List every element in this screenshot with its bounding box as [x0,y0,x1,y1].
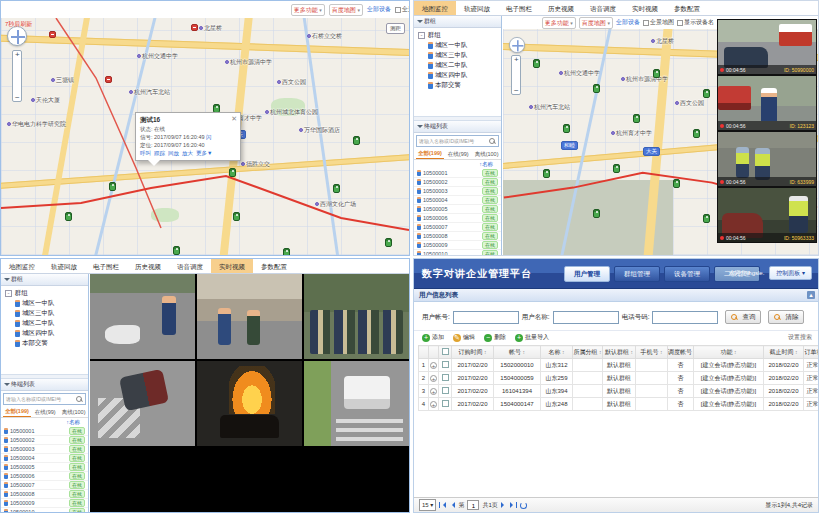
checkbox-icon[interactable] [442,387,449,394]
delete-button[interactable]: −删除 [484,333,506,342]
filter-tab-2[interactable]: 离线(100) [473,149,501,159]
popup-link-0[interactable]: 呼叫 [140,150,151,157]
video-thumbnail-1[interactable]: 00:04:56ID: 123123 [717,75,817,131]
online-badge[interactable]: 在线 [69,427,85,435]
account-input[interactable] [453,311,519,324]
all-devices-link[interactable]: 全部设备 [367,5,391,14]
video-wall-cell-5[interactable] [304,361,409,446]
online-badge[interactable]: 在线 [482,232,498,240]
tab-5[interactable]: 实时视频 [211,259,253,273]
terminal-section-header[interactable]: 终端列表 [1,379,88,391]
checkbox-cell[interactable] [439,359,452,372]
tree-root-node[interactable]: - 群组 [418,30,501,40]
device-marker-icon[interactable] [233,212,240,221]
collapse-icon[interactable]: ▴ [807,291,815,299]
edit-button[interactable]: ✎编辑 [453,333,475,342]
map-compass-control[interactable] [7,26,27,46]
table-row[interactable]: 3+2017/02/20161041394山东394默认群组否[建立会话(静态功… [419,385,820,398]
terminal-search-input[interactable]: 请输入名称或ID或IMEI号 [3,393,86,405]
sort-by-name[interactable]: ↑名称 [1,418,88,427]
last-page-button[interactable] [510,502,517,508]
terminal-row[interactable]: 10500009在线 [414,241,501,250]
table-row[interactable]: 1+2017/02/201502000010山东312默认群组否[建立会话(静态… [419,359,820,372]
online-badge[interactable]: 在线 [482,169,498,177]
device-marker-icon[interactable] [563,124,570,133]
nav-tab-1[interactable]: 群组管理 [614,266,660,282]
device-marker-icon[interactable] [543,169,550,178]
checkbox-icon[interactable] [677,20,683,26]
nav-tab-0[interactable]: 用户管理 [564,266,610,282]
table-row[interactable]: 4+2017/02/201504000147山东248默认群组否[建立会话(静态… [419,398,820,411]
video-wall-cell-3[interactable] [90,361,195,446]
signal-tag[interactable]: 闪 [206,134,212,140]
device-marker-icon[interactable] [633,114,640,123]
terminal-row[interactable]: 10500004在线 [1,454,88,463]
online-badge[interactable]: 在线 [69,508,85,512]
terminal-row[interactable]: 10500008在线 [414,232,501,241]
column-header-8[interactable]: 截止时间 [764,346,804,359]
online-badge[interactable]: 在线 [482,178,498,186]
column-header-9[interactable]: 订单状态 [804,346,820,359]
map-compass-control[interactable] [509,37,525,53]
device-marker-icon[interactable] [673,179,680,188]
terminal-row[interactable]: 10500002在线 [1,436,88,445]
terminal-row[interactable]: 10500005在线 [414,205,501,214]
group-section-header[interactable]: 群组 [1,274,88,286]
device-marker-icon[interactable] [65,212,72,221]
terminal-row[interactable]: 10500006在线 [1,472,88,481]
tab-2[interactable]: 电子围栏 [85,259,127,273]
expand-cell[interactable]: + [429,359,439,372]
online-badge[interactable]: 在线 [69,454,85,462]
online-badge[interactable]: 在线 [69,436,85,444]
tab-3[interactable]: 历史视频 [127,259,169,273]
table-row[interactable]: 2+2017/02/201504000059山东259默认群组否[建立会话(静态… [419,372,820,385]
video-thumbnail-0[interactable]: 00:04:56ID: 50990000 [717,19,817,75]
terminal-row[interactable]: 10500006在线 [414,214,501,223]
terminal-row[interactable]: 10500007在线 [414,223,501,232]
checkbox-cell[interactable] [439,385,452,398]
filter-tab-2[interactable]: 离线(100) [60,407,88,417]
video-wall-cell-4[interactable] [197,361,302,446]
first-page-button[interactable] [439,502,446,508]
online-badge[interactable]: 在线 [482,187,498,195]
popup-link-4[interactable]: 更多▼ [196,150,212,157]
checkbox-cell[interactable] [439,372,452,385]
all-devices-link[interactable]: 全部设备 [616,18,640,27]
terminal-row[interactable]: 10500003在线 [414,187,501,196]
device-marker-icon[interactable] [229,168,236,177]
tree-item-3[interactable]: 城区四中队 [418,70,501,80]
filter-tab-1[interactable]: 在线(99) [446,149,471,159]
checkbox-icon[interactable] [442,348,449,355]
device-marker-icon[interactable] [533,59,540,68]
terminal-search-input[interactable]: 请输入名称或ID或IMEI号 [416,135,499,147]
online-badge[interactable]: 在线 [482,214,498,222]
column-header-6[interactable]: 调度帐号 [668,346,694,359]
online-badge[interactable]: 在线 [482,241,498,249]
expand-icon[interactable]: - [418,32,425,39]
terminal-row[interactable]: 10500008在线 [1,490,88,499]
checkbox-icon[interactable] [442,400,449,407]
more-functions-dropdown[interactable]: 更多功能 ▾ [542,17,576,29]
tab-6[interactable]: 参数配置 [253,259,295,273]
device-marker-icon[interactable] [613,164,620,173]
tree-item-1[interactable]: 城区三中队 [5,308,88,318]
tree-item-1[interactable]: 城区三中队 [418,50,501,60]
tree-item-0[interactable]: 城区一中队 [418,40,501,50]
tab-2[interactable]: 电子围栏 [498,1,540,15]
filter-tab-0[interactable]: 全部(199) [416,148,444,159]
tab-1[interactable]: 轨迹回放 [456,1,498,15]
map-type-dropdown[interactable]: 百度地图 ▾ [329,4,363,16]
device-marker-icon[interactable] [173,246,180,255]
map-zoom-slider[interactable] [511,55,521,95]
online-badge[interactable]: 在线 [69,481,85,489]
pano-checkbox[interactable]: 全景地图 [643,18,674,27]
map-canvas[interactable]: 7秒后刷新 测距 测试16 ✕ 状态: 在线 信号: 2017/09/07 16… [1,18,409,255]
search-icon[interactable] [76,396,83,403]
device-marker-icon[interactable] [593,209,600,218]
control-panel-button[interactable]: 控制面板 ▾ [769,266,812,280]
checkbox-icon[interactable] [442,361,449,368]
tree-root-node[interactable]: - 群组 [5,288,88,298]
device-marker-icon[interactable] [693,129,700,138]
tree-item-4[interactable]: 本部交警 [5,338,88,348]
add-button[interactable]: +添加 [422,333,444,342]
